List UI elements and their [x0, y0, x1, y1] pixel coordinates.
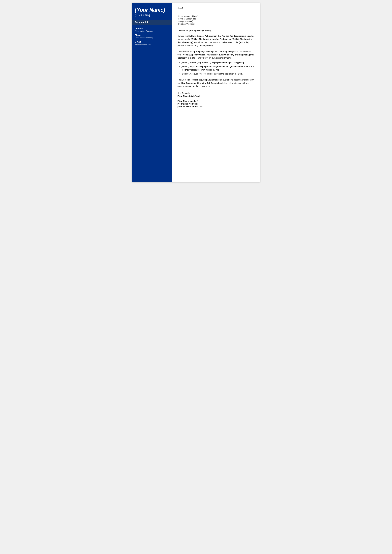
b3-skill2: [Skill] — [237, 73, 242, 75]
p2-bold2: [Webinar/Speech/Article] — [182, 54, 205, 56]
closing-linkedin: [Your LinkedIn Profile Link] — [177, 105, 254, 108]
address-value: [Your Mailing Address] — [135, 30, 169, 32]
closing-name: [Your Name & Job Title] — [177, 95, 254, 97]
b3-end: . — [242, 73, 243, 75]
phone-label: Phone — [135, 34, 169, 36]
bullet-item-2: [Skill #2]. Implemented [Important Progr… — [179, 65, 254, 71]
p3-text2: position at — [191, 79, 201, 81]
closing-phone: [Your Phone Number] — [177, 100, 254, 102]
b2-metric: [Key Metric] — [201, 69, 212, 71]
paragraph-1: It was a thrill to [Your Biggest Achieve… — [177, 35, 254, 47]
b1-t2: by — [208, 62, 212, 64]
recipient-company: [Company Name] — [177, 20, 254, 22]
p1-bold2: [Skill #1 Mentioned In the Job Posting] — [191, 38, 228, 40]
b2-pct: [%] — [216, 69, 219, 71]
b1-end: . — [244, 62, 244, 64]
address-label: Address — [135, 27, 169, 30]
p3-text1: The — [177, 79, 182, 81]
sidebar-job-title: [Your Job Title] — [132, 14, 172, 20]
main-content: [Date] [Hiring Manager Name] [Hiring Man… — [172, 3, 260, 182]
address-block: Address [Your Mailing Address] — [132, 27, 172, 34]
b2-t2: that reduced — [189, 69, 201, 71]
recipient-name: [Hiring Manager Name] — [177, 15, 254, 17]
b2-t3: by — [212, 69, 216, 71]
p3-bold1: [Job Title] — [182, 79, 191, 81]
p1-text1: It was a thrill to — [177, 35, 191, 37]
salutation-end: , — [211, 29, 212, 32]
date-line: [Date] — [177, 7, 254, 9]
p1-text3: and — [228, 38, 232, 40]
salutation-name: [Hiring Manager Name] — [189, 29, 211, 32]
b1-metric: [Key Metric] — [197, 62, 208, 64]
b1-skill: [Skill #1] — [181, 62, 189, 64]
p2-text3: . Your belief in — [205, 54, 219, 56]
sidebar-name: [Your Name] — [132, 3, 172, 14]
p2-text4: is exciting, and fits with my own accomp… — [187, 57, 232, 59]
b2-t1: . Implemented — [189, 65, 203, 68]
document: [Your Name] [Your Job Title] Personal In… — [132, 3, 260, 182]
b1-t1: . Raised — [189, 62, 197, 64]
b1-t3: in — [215, 62, 217, 64]
recipient-block: [Hiring Manager Name] [Hiring Manager Ti… — [177, 15, 254, 25]
bullet-item-1: [Skill #1]. Raised [Key Metric] by [%] i… — [179, 61, 254, 64]
p1-bold5: [Company Name] — [197, 44, 213, 47]
phone-value: [Your Phone Number] — [135, 36, 169, 39]
personal-info-header: Personal Info — [132, 20, 172, 25]
b1-pct: [%] — [212, 62, 215, 64]
p1-end: . — [213, 44, 214, 47]
p2-text1: I heard about your — [177, 50, 194, 53]
p1-bold4: [Job Title] — [239, 41, 248, 43]
b2-end: . — [219, 69, 219, 71]
b1-t4: by using — [230, 62, 238, 64]
salutation: Dear Ms./Mr. [Hiring Manager Name], — [177, 29, 254, 32]
paragraph-3: The [Job Title] position at [Company Nam… — [177, 78, 254, 88]
p3-bold2: [Company Name] — [201, 79, 217, 81]
b3-pct: [%] — [199, 73, 202, 75]
b3-t2: cost savings through the application of — [202, 73, 237, 75]
p1-bold1: [Your Biggest Achievement that Fits the … — [191, 35, 253, 37]
closing-text: Best Regards, — [177, 92, 254, 94]
email-block: E-mail sample@email.com — [132, 41, 172, 47]
b3-skill: [Skill #3] — [181, 73, 189, 75]
b1-skill2: [Skill] — [238, 62, 244, 64]
p1-text5: position advertised at — [177, 44, 197, 47]
salutation-text: Dear Ms./Mr. — [177, 29, 189, 32]
p3-bold3: [Key Requirement from the Job Descriptio… — [181, 82, 223, 84]
p1-text4: made it happen. That's why I'm so intere… — [193, 41, 239, 43]
recipient-title: [Hiring Manager Title] — [177, 18, 254, 20]
closing-block: Best Regards, [Your Name & Job Title] [Y… — [177, 92, 254, 108]
b1-time: [Time Frame] — [217, 62, 230, 64]
b3-t1: . Achieved — [189, 73, 199, 75]
b2-skill: [Skill #2] — [181, 65, 189, 68]
paragraph-2: I heard about your [Company Challenge Yo… — [177, 50, 254, 76]
sidebar: [Your Name] [Your Job Title] Personal In… — [132, 3, 172, 182]
email-label: E-mail — [135, 41, 169, 43]
recipient-address: [Company Address] — [177, 23, 254, 25]
phone-block: Phone [Your Phone Number] — [132, 34, 172, 41]
bullet-item-3: [Skill #3]. Achieved [%] cost savings th… — [179, 72, 254, 75]
bullet-list: [Skill #1]. Raised [Key Metric] by [%] i… — [179, 61, 254, 76]
email-value: sample@email.com — [135, 43, 169, 45]
closing-email: [Your Email Address] — [177, 103, 254, 105]
p2-bold1: [Company Challenge You Can Help With] — [194, 50, 233, 53]
